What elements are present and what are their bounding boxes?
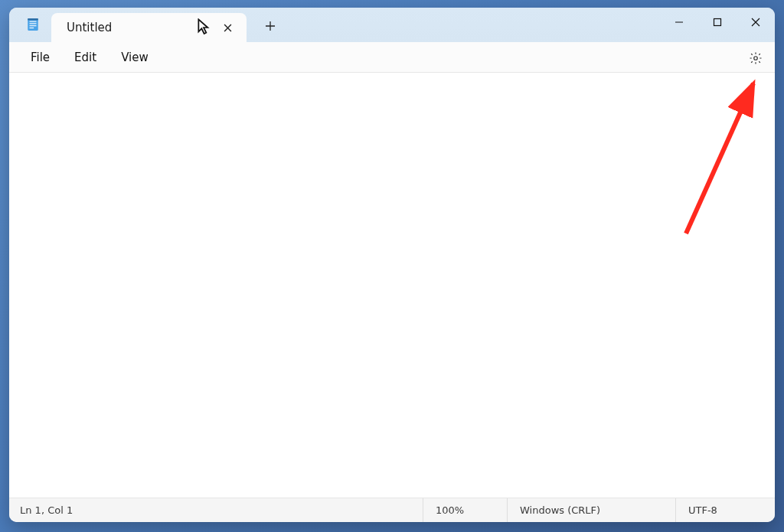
status-zoom[interactable]: 100%: [423, 498, 507, 522]
menubar: File Edit View: [9, 42, 775, 73]
cursor-arrow-icon: [198, 18, 210, 34]
svg-rect-1: [30, 21, 37, 22]
window-controls: [660, 8, 775, 37]
svg-rect-2: [30, 23, 37, 24]
text-editor[interactable]: [9, 73, 775, 498]
settings-button[interactable]: [746, 48, 766, 68]
close-window-button[interactable]: [737, 8, 775, 37]
svg-point-7: [754, 57, 758, 60]
new-tab-button[interactable]: [262, 18, 279, 34]
maximize-button[interactable]: [698, 8, 737, 37]
menu-edit[interactable]: Edit: [62, 46, 109, 69]
notepad-icon: [26, 18, 40, 31]
svg-rect-6: [714, 19, 721, 26]
app-window: Untitled: [9, 8, 775, 522]
status-line-ending[interactable]: Windows (CRLF): [507, 498, 675, 522]
menu-view[interactable]: View: [109, 46, 161, 69]
svg-rect-4: [30, 28, 34, 28]
svg-rect-3: [30, 25, 37, 26]
statusbar: Ln 1, Col 1 100% Windows (CRLF) UTF-8: [9, 498, 775, 522]
status-position: Ln 1, Col 1: [9, 498, 85, 522]
svg-rect-5: [28, 18, 38, 20]
status-encoding[interactable]: UTF-8: [675, 498, 775, 522]
svg-rect-0: [28, 18, 38, 31]
tab[interactable]: Untitled: [51, 13, 247, 42]
tab-close-button[interactable]: [219, 19, 236, 36]
menu-file[interactable]: File: [18, 46, 62, 69]
tab-title: Untitled: [67, 21, 112, 34]
minimize-button[interactable]: [660, 8, 698, 37]
titlebar: Untitled: [9, 8, 775, 42]
